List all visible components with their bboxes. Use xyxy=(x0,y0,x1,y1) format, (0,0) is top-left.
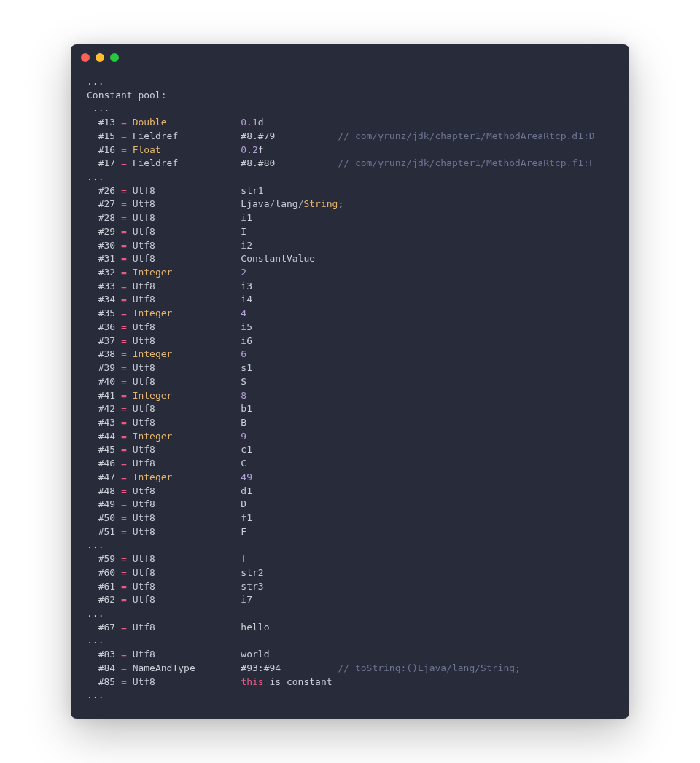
minimize-icon[interactable] xyxy=(96,53,104,62)
pool-row: #35 = Integer 4 xyxy=(87,308,246,318)
pool-row: #44 = Integer 9 xyxy=(87,431,246,442)
ellipsis-line: ... xyxy=(87,103,109,114)
ellipsis-line: ... xyxy=(87,539,104,550)
pool-row: #30 = Utf8 i2 xyxy=(87,240,252,251)
ellipsis-line: ... xyxy=(87,635,104,646)
pool-row: #28 = Utf8 i1 xyxy=(87,212,252,223)
ellipsis-line: ... xyxy=(87,689,104,700)
pool-row: #32 = Integer 2 xyxy=(87,267,246,278)
pool-row: #40 = Utf8 S xyxy=(87,376,246,387)
pool-row: #33 = Utf8 i3 xyxy=(87,281,252,291)
ellipsis-line: ... xyxy=(87,608,104,619)
pool-row: #67 = Utf8 hello xyxy=(87,622,269,633)
pool-row: #48 = Utf8 d1 xyxy=(87,485,252,496)
heading-line: Constant pool: xyxy=(87,90,167,101)
pool-row: #15 = Fieldref #8.#79 // com/yrunz/jdk/c… xyxy=(87,130,595,141)
pool-row: #45 = Utf8 c1 xyxy=(87,444,252,455)
terminal-window: ... Constant pool: ... #13 = Double 0.1d… xyxy=(71,44,629,719)
pool-row: #43 = Utf8 B xyxy=(87,417,246,428)
pool-row: #61 = Utf8 str3 xyxy=(87,581,264,592)
pool-row: #85 = Utf8 this is constant xyxy=(87,676,332,687)
pool-row: #83 = Utf8 world xyxy=(87,649,269,660)
pool-row: #36 = Utf8 i5 xyxy=(87,321,252,332)
pool-row: #60 = Utf8 str2 xyxy=(87,567,264,578)
pool-row: #16 = Float 0.2f xyxy=(87,144,264,155)
pool-row: #13 = Double 0.1d xyxy=(87,117,264,128)
close-icon[interactable] xyxy=(81,53,90,62)
pool-row: #37 = Utf8 i6 xyxy=(87,335,252,346)
ellipsis-line: ... xyxy=(87,76,104,87)
pool-row: #42 = Utf8 b1 xyxy=(87,403,252,414)
titlebar xyxy=(71,44,629,71)
pool-row: #50 = Utf8 f1 xyxy=(87,512,252,523)
pool-row: #29 = Utf8 I xyxy=(87,226,246,237)
pool-row: #84 = NameAndType #93:#94 // toString:()… xyxy=(87,662,521,673)
pool-row: #59 = Utf8 f xyxy=(87,553,246,564)
pool-row: #51 = Utf8 F xyxy=(87,526,246,537)
pool-row: #62 = Utf8 i7 xyxy=(87,594,252,605)
pool-row: #17 = Fieldref #8.#80 // com/yrunz/jdk/c… xyxy=(87,157,595,168)
pool-row: #34 = Utf8 i4 xyxy=(87,294,252,305)
pool-row: #27 = Utf8 Ljava/lang/String; xyxy=(87,198,343,209)
ellipsis-line: ... xyxy=(87,171,104,182)
pool-row: #39 = Utf8 s1 xyxy=(87,362,252,373)
canvas: ... Constant pool: ... #13 = Double 0.1d… xyxy=(0,0,700,763)
pool-row: #41 = Integer 8 xyxy=(87,390,246,401)
pool-row: #47 = Integer 49 xyxy=(87,472,252,482)
pool-row: #38 = Integer 6 xyxy=(87,348,246,359)
pool-row: #49 = Utf8 D xyxy=(87,498,246,509)
pool-row: #46 = Utf8 C xyxy=(87,458,246,469)
code-block: ... Constant pool: ... #13 = Double 0.1d… xyxy=(71,71,629,710)
pool-row: #26 = Utf8 str1 xyxy=(87,185,264,196)
maximize-icon[interactable] xyxy=(110,53,119,62)
pool-row: #31 = Utf8 ConstantValue xyxy=(87,253,315,264)
